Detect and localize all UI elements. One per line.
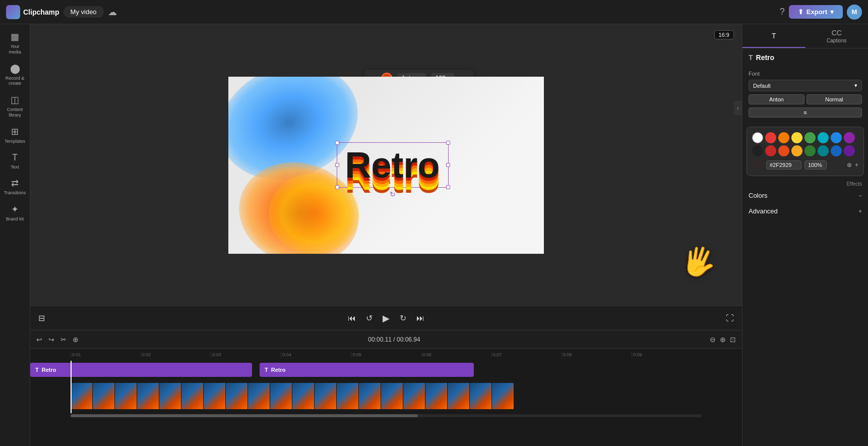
tab-captions[interactable]: CC Captions bbox=[805, 24, 869, 48]
sidebar-item-label: Templates bbox=[5, 139, 25, 144]
video-thumb bbox=[248, 383, 270, 409]
color-swatch-dark-yellow[interactable] bbox=[791, 145, 802, 156]
text-track-1[interactable]: T Retro bbox=[30, 363, 252, 377]
resize-handle-tl[interactable] bbox=[335, 141, 339, 145]
app-logo[interactable]: Clipchamp bbox=[6, 5, 59, 19]
color-swatch-blue[interactable] bbox=[831, 132, 842, 143]
right-panel-tabs: T CC Captions bbox=[742, 24, 868, 48]
color-swatch-yellow[interactable] bbox=[791, 132, 802, 143]
preview-area[interactable]: 16:9 ✏ Anton ▾ 132 ▾ ••• bbox=[30, 24, 742, 306]
rotate-handle[interactable]: ↻ bbox=[389, 190, 397, 198]
resize-handle-ml[interactable] bbox=[335, 163, 339, 167]
sidebar-item-templates[interactable]: ⊞ Templates bbox=[2, 123, 28, 147]
sidebar-item-brand-kit[interactable]: ✦ Brand kit bbox=[2, 201, 28, 225]
video-thumb bbox=[204, 383, 226, 409]
video-thumb bbox=[425, 383, 448, 409]
fast-forward-button[interactable]: ↻ bbox=[400, 313, 406, 323]
color-tools: ⊕ + bbox=[847, 161, 858, 169]
cut-button[interactable]: ✂ bbox=[60, 336, 67, 344]
text-track-row: T Retro T Retro bbox=[30, 361, 742, 381]
color-preview[interactable] bbox=[752, 159, 763, 171]
video-thumb bbox=[93, 383, 115, 409]
zoom-fit-button[interactable]: ⊡ bbox=[730, 336, 736, 344]
color-swatch-red[interactable] bbox=[765, 132, 776, 143]
timeline-scrollbar-track[interactable] bbox=[71, 414, 702, 417]
color-swatch-purple[interactable] bbox=[844, 132, 855, 143]
add-color-button[interactable]: + bbox=[855, 161, 858, 169]
align-left-button[interactable]: ≡ bbox=[749, 107, 862, 118]
eyedropper-button[interactable]: ⊕ bbox=[847, 161, 852, 169]
color-swatch-dark-blue[interactable] bbox=[831, 145, 842, 156]
canvas-text[interactable]: Retro bbox=[345, 147, 440, 183]
text-track-2[interactable]: T Retro bbox=[260, 363, 474, 377]
playhead-video bbox=[71, 381, 72, 413]
video-thumb bbox=[492, 383, 514, 409]
text-element[interactable]: Retro ↻ bbox=[337, 142, 449, 188]
ruler-mark: 0:02 bbox=[141, 352, 211, 357]
text-track-label: Retro bbox=[271, 367, 286, 373]
templates-icon: ⊞ bbox=[11, 126, 19, 137]
color-hex-input[interactable] bbox=[766, 160, 801, 170]
redo-button[interactable]: ↪ bbox=[48, 336, 54, 344]
font-anton-button[interactable]: Anton bbox=[749, 94, 804, 104]
font-family-dropdown[interactable]: Default ▾ bbox=[749, 80, 862, 91]
panel-title: Retro bbox=[756, 53, 775, 62]
video-thumb bbox=[470, 383, 492, 409]
fullscreen-button[interactable]: ⛶ bbox=[726, 314, 734, 323]
color-swatch-dark-red[interactable] bbox=[765, 145, 776, 156]
advanced-section-header[interactable]: Advanced + bbox=[742, 203, 868, 219]
collapse-right-panel-button[interactable]: ‹ bbox=[734, 101, 742, 115]
color-swatch-green[interactable] bbox=[804, 132, 816, 143]
zoom-in-button[interactable]: ⊕ bbox=[720, 336, 726, 344]
export-button[interactable]: ⬆ Export ▾ bbox=[789, 5, 843, 19]
magnetic-button[interactable]: ⊕ bbox=[73, 336, 79, 344]
font-align-row: ≡ bbox=[749, 107, 862, 118]
resize-handle-tr[interactable] bbox=[446, 141, 450, 145]
video-thumbnails[interactable] bbox=[71, 383, 514, 409]
sidebar-item-label: Content library bbox=[4, 107, 26, 118]
color-swatch-black[interactable] bbox=[752, 145, 763, 156]
timeline-toggle-button[interactable]: ⊟ bbox=[38, 313, 45, 323]
sidebar-item-content-library[interactable]: ◫ Content library bbox=[2, 91, 28, 121]
skip-to-start-button[interactable]: ⏮ bbox=[348, 314, 356, 323]
advanced-collapse-icon: + bbox=[858, 208, 862, 215]
resize-handle-bl[interactable] bbox=[335, 185, 339, 189]
color-swatch-cyan[interactable] bbox=[818, 132, 829, 143]
video-tab[interactable]: My video bbox=[64, 6, 104, 18]
font-normal-button[interactable]: Normal bbox=[807, 94, 862, 104]
zoom-out-button[interactable]: ⊖ bbox=[710, 336, 716, 344]
sidebar-item-transitions[interactable]: ⇄ Transitions bbox=[2, 175, 28, 199]
resize-handle-br[interactable] bbox=[446, 185, 450, 189]
help-button[interactable]: ? bbox=[780, 7, 785, 17]
color-swatch-dark-green[interactable] bbox=[804, 145, 816, 156]
preview-canvas[interactable]: Retro ↻ bbox=[227, 76, 545, 255]
playhead bbox=[71, 361, 72, 381]
color-swatch-orange[interactable] bbox=[778, 132, 789, 143]
chevron-down-icon: ▾ bbox=[854, 82, 857, 89]
topbar: Clipchamp My video ☁ ? ⬆ Export ▾ M bbox=[0, 0, 868, 24]
ruler-mark: 0:03 bbox=[211, 352, 281, 357]
skip-to-end-button[interactable]: ⏭ bbox=[416, 314, 424, 323]
play-button[interactable]: ▶ bbox=[383, 313, 390, 324]
rewind-button[interactable]: ↺ bbox=[366, 313, 373, 323]
tab-text[interactable]: T bbox=[742, 24, 805, 48]
timeline-time-display: 00:00.11 / 00:06.94 bbox=[85, 336, 704, 343]
color-swatch-white[interactable] bbox=[752, 132, 763, 143]
color-opacity-input[interactable] bbox=[804, 160, 827, 170]
avatar[interactable]: M bbox=[847, 5, 862, 20]
color-swatch-dark-purple[interactable] bbox=[844, 145, 855, 156]
ruler-marks: 0:01 0:02 0:03 0:04 0:05 0:06 0:07 0:08 … bbox=[71, 352, 702, 357]
undo-button[interactable]: ↩ bbox=[36, 336, 42, 344]
timeline-scrollbar-thumb[interactable] bbox=[71, 414, 418, 417]
sidebar-item-your-media[interactable]: ▦ Your media bbox=[2, 28, 28, 58]
colors-label: Colors bbox=[749, 192, 768, 199]
sidebar-item-record-create[interactable]: ⬤ Record & create bbox=[2, 60, 28, 90]
video-thumb bbox=[71, 383, 93, 409]
color-swatch-dark-orange[interactable] bbox=[778, 145, 789, 156]
resize-handle-mr[interactable] bbox=[446, 163, 450, 167]
ruler-mark: 0:04 bbox=[281, 352, 351, 357]
center-area: 16:9 ✏ Anton ▾ 132 ▾ ••• bbox=[30, 24, 742, 446]
colors-section-header[interactable]: Colors − bbox=[742, 188, 868, 203]
color-swatch-dark-cyan[interactable] bbox=[818, 145, 829, 156]
sidebar-item-text[interactable]: T Text bbox=[2, 149, 28, 173]
